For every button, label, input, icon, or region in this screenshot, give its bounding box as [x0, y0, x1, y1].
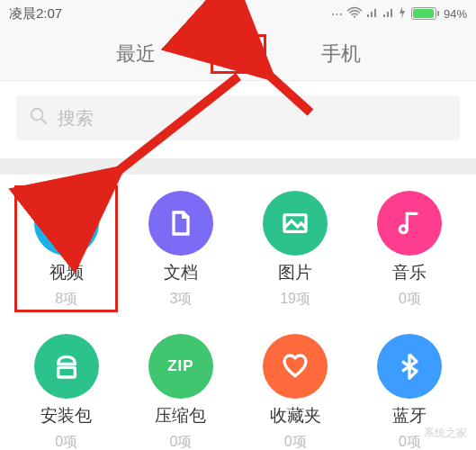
category-label: 安装包 [40, 404, 92, 428]
category-label: 压缩包 [155, 404, 206, 428]
category-apk[interactable]: 安装包 0项 [9, 334, 123, 450]
category-count: 0项 [399, 290, 421, 309]
section-divider [0, 158, 476, 175]
category-label: 音乐 [392, 261, 427, 284]
signal-icon [366, 7, 379, 21]
search-input[interactable]: 搜索 [16, 95, 460, 140]
battery-icon [411, 7, 436, 20]
music-icon [377, 191, 442, 256]
category-count: 0项 [169, 433, 192, 450]
tab-category[interactable]: 分类 [211, 34, 266, 74]
category-video[interactable]: 视频 8项 [9, 191, 123, 309]
category-zip[interactable]: ZIP 压缩包 0项 [123, 334, 238, 450]
category-fav[interactable]: 收藏夹 0项 [238, 334, 353, 450]
charging-icon [399, 6, 406, 22]
category-label: 文档 [164, 261, 198, 284]
category-label: 视频 [49, 261, 84, 284]
search-placeholder: 搜索 [58, 106, 94, 130]
file-icon [148, 191, 213, 256]
battery-percent: 94% [444, 7, 467, 21]
tab-recent[interactable]: 最近 [111, 37, 161, 71]
category-label: 图片 [278, 261, 312, 284]
image-icon [263, 191, 328, 256]
search-icon [29, 106, 49, 130]
svg-line-2 [41, 118, 47, 123]
watermark: 系统之家 [424, 426, 467, 441]
signal-icon-2 [382, 7, 395, 21]
category-count: 19项 [280, 290, 310, 309]
search-section: 搜索 [0, 81, 476, 158]
more-icon: ⋯ [331, 7, 343, 21]
category-count: 0项 [399, 433, 421, 450]
top-tabs: 最近 分类 手机 [0, 27, 476, 81]
wifi-icon [346, 6, 363, 22]
tab-phone[interactable]: 手机 [316, 37, 366, 71]
status-icons: ⋯ 94% [331, 6, 467, 22]
category-music[interactable]: 音乐 0项 [353, 191, 467, 309]
category-doc[interactable]: 文档 3项 [123, 191, 238, 309]
category-label: 收藏夹 [270, 404, 321, 428]
svg-point-0 [354, 15, 355, 17]
category-image[interactable]: 图片 19项 [238, 191, 353, 309]
category-count: 3项 [169, 290, 192, 309]
bluetooth-icon [377, 334, 442, 399]
category-count: 0项 [55, 433, 77, 450]
play-icon [34, 191, 99, 256]
category-count: 0项 [284, 433, 307, 450]
category-label: 蓝牙 [392, 404, 427, 428]
android-icon [34, 334, 99, 399]
category-grid: 视频 8项 文档 3项 图片 19项 音乐 0项 安装包 0项 ZIP 压缩包 [0, 175, 476, 450]
svg-marker-3 [61, 215, 75, 232]
zip-icon: ZIP [148, 334, 213, 399]
category-count: 8项 [55, 290, 77, 309]
heart-icon [263, 334, 328, 399]
status-bar: 凌晨2:07 ⋯ 94% [0, 0, 476, 27]
svg-rect-7 [58, 367, 75, 377]
status-time: 凌晨2:07 [9, 5, 62, 22]
